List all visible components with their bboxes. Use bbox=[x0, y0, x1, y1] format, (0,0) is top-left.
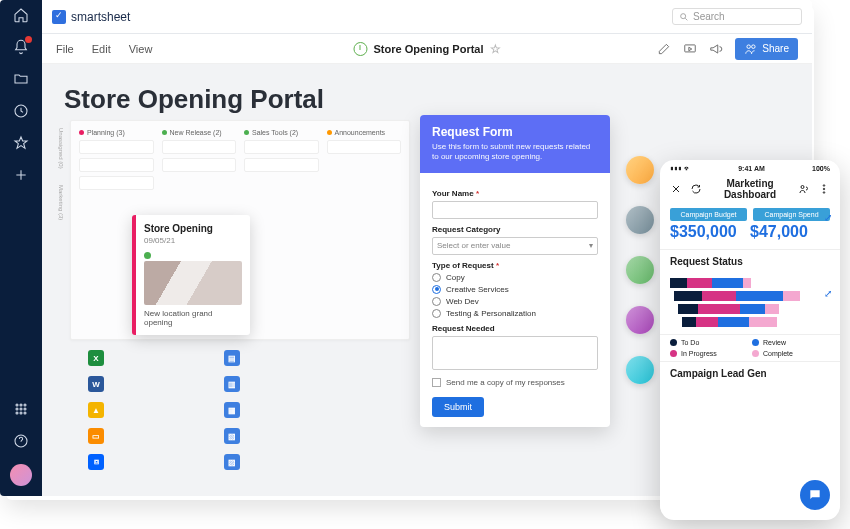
apps-icon[interactable] bbox=[12, 400, 30, 418]
name-input[interactable] bbox=[432, 201, 598, 219]
type-radio[interactable]: Web Dev bbox=[432, 297, 598, 306]
card-caption: New location grand opening bbox=[144, 309, 242, 327]
svg-point-9 bbox=[24, 412, 26, 414]
file-links: X W ▲ ▭ ⧈ ▤ ▥ ▦ ▧ ▨ bbox=[88, 350, 240, 470]
edit-icon[interactable] bbox=[657, 42, 671, 56]
home-icon[interactable] bbox=[12, 6, 30, 24]
phone-status-bar: ▮▮▮ ᯤ 9:41 AM 100% bbox=[660, 160, 840, 174]
svg-point-3 bbox=[24, 404, 26, 406]
form-file-icon[interactable]: ▧ bbox=[224, 428, 240, 444]
people-icon[interactable] bbox=[798, 183, 810, 195]
submit-button[interactable]: Submit bbox=[432, 397, 484, 417]
checkbox-icon bbox=[432, 378, 441, 387]
avatar[interactable] bbox=[626, 256, 654, 284]
legend-swatch-icon bbox=[670, 350, 677, 357]
menu-view[interactable]: View bbox=[129, 43, 153, 55]
card-title: Store Opening bbox=[144, 223, 242, 234]
svg-point-11 bbox=[681, 13, 686, 18]
more-icon[interactable] bbox=[818, 183, 830, 195]
excel-file-icon[interactable]: X bbox=[88, 350, 104, 366]
help-icon[interactable] bbox=[12, 432, 30, 450]
svg-point-4 bbox=[16, 408, 18, 410]
close-icon[interactable] bbox=[670, 183, 682, 195]
recent-icon[interactable] bbox=[12, 102, 30, 120]
word-file-icon[interactable]: W bbox=[88, 376, 104, 392]
template-file-icon[interactable]: ▨ bbox=[224, 454, 240, 470]
svg-point-7 bbox=[16, 412, 18, 414]
sheet-file-icon[interactable]: ▤ bbox=[224, 350, 240, 366]
dashboard-file-icon[interactable]: ▦ bbox=[224, 402, 240, 418]
announce-icon[interactable] bbox=[709, 42, 723, 56]
legend-item: Review bbox=[752, 339, 822, 346]
share-button[interactable]: Share bbox=[735, 38, 798, 60]
user-avatar[interactable] bbox=[10, 464, 32, 486]
slides-file-icon[interactable]: ▭ bbox=[88, 428, 104, 444]
chart-bar bbox=[670, 278, 830, 288]
svg-point-13 bbox=[747, 44, 751, 48]
favorite-star-icon[interactable]: ☆ bbox=[490, 42, 501, 56]
copy-checkbox-row[interactable]: Send me a copy of my responses bbox=[432, 378, 598, 387]
brand-name: smartsheet bbox=[71, 10, 130, 24]
card-date: 09/05/21 bbox=[144, 236, 242, 245]
legend-item: To Do bbox=[670, 339, 740, 346]
search-icon bbox=[679, 12, 689, 22]
metric-header: Campaign Spend bbox=[753, 208, 830, 221]
svg-point-15 bbox=[801, 186, 804, 189]
chart-bar bbox=[678, 304, 830, 314]
brand[interactable]: smartsheet bbox=[52, 10, 130, 24]
signal-icon: ▮▮▮ ᯤ bbox=[670, 165, 691, 172]
gdrive-file-icon[interactable]: ▲ bbox=[88, 402, 104, 418]
menu-edit[interactable]: Edit bbox=[92, 43, 111, 55]
dropbox-file-icon[interactable]: ⧈ bbox=[88, 454, 104, 470]
avatar[interactable] bbox=[626, 156, 654, 184]
refresh-icon[interactable] bbox=[690, 183, 702, 195]
request-status-chart bbox=[660, 271, 840, 334]
chart-bar bbox=[682, 317, 830, 327]
notifications-icon[interactable] bbox=[12, 38, 30, 56]
search-input[interactable]: Search bbox=[672, 8, 802, 25]
avatar[interactable] bbox=[626, 306, 654, 334]
radio-icon bbox=[432, 273, 441, 282]
phone-title: Marketing Dashboard bbox=[710, 178, 790, 200]
expand-icon[interactable]: ⤢ bbox=[824, 288, 832, 299]
svg-point-8 bbox=[20, 412, 22, 414]
metric-value: $47,000 bbox=[750, 223, 830, 241]
folder-icon[interactable] bbox=[12, 70, 30, 88]
radio-icon bbox=[432, 297, 441, 306]
expand-icon[interactable]: ⤢ bbox=[824, 212, 832, 223]
add-icon[interactable] bbox=[12, 166, 30, 184]
svg-point-14 bbox=[752, 44, 756, 48]
svg-point-6 bbox=[24, 408, 26, 410]
avatar[interactable] bbox=[626, 206, 654, 234]
type-radio[interactable]: Creative Services bbox=[432, 285, 598, 294]
left-nav-rail bbox=[0, 0, 42, 496]
radio-icon bbox=[432, 309, 441, 318]
notification-badge bbox=[25, 36, 32, 43]
request-needed-textarea[interactable] bbox=[432, 336, 598, 370]
menu-bar: File Edit View Store Opening Portal ☆ Sh… bbox=[42, 34, 812, 64]
kanban-row-labels: Unassigned (0) Marketing (3) bbox=[58, 128, 64, 220]
top-bar: smartsheet Search bbox=[42, 0, 812, 34]
chat-fab[interactable] bbox=[800, 480, 830, 510]
report-file-icon[interactable]: ▥ bbox=[224, 376, 240, 392]
category-select[interactable]: Select or enter value▾ bbox=[432, 237, 598, 255]
type-radio[interactable]: Copy bbox=[432, 273, 598, 282]
legend-item: In Progress bbox=[670, 350, 740, 357]
doc-title[interactable]: Store Opening Portal bbox=[373, 43, 483, 55]
favorites-icon[interactable] bbox=[12, 134, 30, 152]
brand-logo-icon bbox=[52, 10, 66, 24]
chart-legend: To DoReviewIn ProgressComplete bbox=[660, 334, 840, 361]
svg-point-17 bbox=[823, 188, 825, 190]
activity-icon bbox=[353, 42, 367, 56]
radio-icon bbox=[432, 285, 441, 294]
metric-value: $350,000 bbox=[670, 223, 750, 241]
type-radio[interactable]: Testing & Personalization bbox=[432, 309, 598, 318]
svg-point-1 bbox=[16, 404, 18, 406]
present-icon[interactable] bbox=[683, 42, 697, 56]
section-title: Campaign Lead Gen bbox=[660, 361, 840, 383]
menu-file[interactable]: File bbox=[56, 43, 74, 55]
svg-point-18 bbox=[823, 192, 825, 194]
card-detail-popup[interactable]: Store Opening 09/05/21 New location gran… bbox=[132, 215, 250, 335]
chart-bar bbox=[674, 291, 830, 301]
avatar[interactable] bbox=[626, 356, 654, 384]
